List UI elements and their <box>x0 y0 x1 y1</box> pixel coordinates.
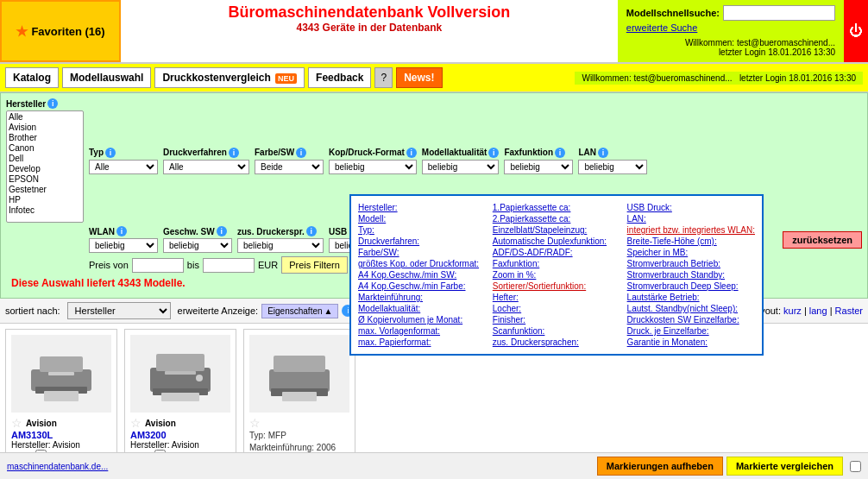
compare-checkbox[interactable] <box>850 461 861 472</box>
prop-stromverbrauch-standby[interactable]: Stromverbrauch Standby: <box>627 270 755 280</box>
prop-druckkosten-sw[interactable]: Druckkosten SW Einzelfarbe: <box>627 315 755 325</box>
svg-rect-12 <box>274 356 325 372</box>
extended-label: erweiterte Anzeige: <box>178 306 259 316</box>
header-right: Modellschnellsuche: erweiterte Suche Wil… <box>618 0 844 62</box>
preis-filtern-button[interactable]: Preis Filtern <box>281 256 348 274</box>
layout-lang-link[interactable]: lang <box>809 306 827 316</box>
search-input[interactable] <box>723 5 835 21</box>
product-name[interactable]: AM3200 <box>130 430 230 440</box>
prop-druck-einzelfarbe[interactable]: Druck. je Einzelfarbe: <box>627 326 755 336</box>
preis-von-input[interactable] <box>132 258 184 273</box>
nav-katalog[interactable]: Katalog <box>5 67 59 88</box>
prop-adf[interactable]: ADF/DS-ADF/RADF: <box>493 248 619 257</box>
prop-auto-duplex[interactable]: Automatische Duplexfunktion: <box>493 236 619 246</box>
site-link[interactable]: maschinendatenbank.de... <box>7 462 108 471</box>
druckverfahren-info-icon[interactable]: i <box>229 148 239 158</box>
prop-druckverfahren[interactable]: Druckverfahren: <box>358 236 484 246</box>
prop-typ[interactable]: Typ: <box>358 225 484 235</box>
navbar: Katalog Modellauswahl Druckkostenverglei… <box>0 64 868 92</box>
prop-wlan-integriert[interactable]: integriert bzw. integriertes WLAN: <box>627 225 755 235</box>
prop-max-vorlage[interactable]: max. Vorlagenformat: <box>358 326 484 336</box>
kop-format-info-icon[interactable]: i <box>406 148 417 158</box>
kop-format-select[interactable]: beliebig <box>329 160 417 174</box>
hersteller-info-icon[interactable]: i <box>47 98 58 109</box>
power-button[interactable]: ⏻ <box>844 0 868 62</box>
properties-dropdown: Hersteller: 1.Papierkassette ca: USB Dru… <box>349 194 764 356</box>
druckverfahren-select[interactable]: Alle <box>163 160 249 174</box>
svg-rect-9 <box>165 371 196 375</box>
wlan-info-icon[interactable]: i <box>116 226 127 236</box>
prop-max-papier[interactable]: max. Papierformat: <box>358 337 484 347</box>
faxfunktion-select[interactable]: beliebig <box>504 160 573 174</box>
zus-druckerspr-select[interactable]: beliebig <box>237 238 324 253</box>
prop-a4-kop-farbe[interactable]: A4 Kop.Geschw./min Farbe: <box>358 281 484 291</box>
zus-druckerspr-info-icon[interactable]: i <box>306 226 317 236</box>
prop-zoom[interactable]: Zoom in %: <box>493 270 619 280</box>
favorite-icon[interactable]: ☆ <box>249 416 261 430</box>
prop-kopiervolumen[interactable]: Ø Kopiervolumen je Monat: <box>358 315 484 325</box>
prop-papierkassette1[interactable]: 1.Papierkassette ca: <box>493 203 619 212</box>
hersteller-label: Hersteller <box>6 99 46 109</box>
prop-hersteller[interactable]: Hersteller: <box>358 203 484 212</box>
prop-einzelblatt[interactable]: Einzelblatt/Stapeleinzug: <box>493 225 619 235</box>
favorite-icon[interactable]: ☆ <box>11 416 22 430</box>
prop-lautstaerke-betrieb[interactable]: Lautstärke Betrieb: <box>627 293 755 302</box>
lan-info-icon[interactable]: i <box>598 148 608 158</box>
nav-druckkostenvergleich[interactable]: Druckkostenvergleich NEU <box>154 67 305 88</box>
farbe-select[interactable]: Beide <box>255 160 324 174</box>
nav-feedback[interactable]: Feedback <box>308 67 371 88</box>
reset-button[interactable]: zurücksetzen <box>783 231 862 249</box>
favorite-icon[interactable]: ☆ <box>130 416 142 430</box>
favorites-label: Favoriten (16) <box>31 25 104 38</box>
nav-modellauswahl[interactable]: Modellauswahl <box>62 67 151 88</box>
farbe-info-icon[interactable]: i <box>296 148 306 158</box>
prop-modellaktualitaet[interactable]: Modellaktualität: <box>358 304 484 313</box>
modellaktualitaet-info-icon[interactable]: i <box>488 148 499 158</box>
prop-a4-kop-sw[interactable]: A4 Kop.Geschw./min SW: <box>358 270 484 280</box>
prop-lautst-standby[interactable]: Lautst. Standby(nicht Sleep): <box>627 304 755 313</box>
properties-button[interactable]: Eigenschaften ▲ <box>261 304 338 318</box>
markierungen-aufheben-button[interactable]: Markierungen aufheben <box>597 457 723 476</box>
advanced-search-link[interactable]: erweiterte Suche <box>626 22 835 33</box>
prop-garantie[interactable]: Garantie in Monaten: <box>627 337 755 347</box>
layout-kurz-link[interactable]: kurz <box>783 306 802 316</box>
geschw-sw-info-icon[interactable]: i <box>217 226 227 236</box>
geschw-sw-select[interactable]: beliebig <box>163 238 232 253</box>
prop-papierkassette2[interactable]: 2.Papierkassette ca: <box>493 214 619 224</box>
prop-usb-druck[interactable]: USB Druck: <box>627 203 755 212</box>
prop-locher[interactable]: Locher: <box>493 304 619 313</box>
prop-stromverbrauch-betrieb[interactable]: Stromverbrauch Betrieb: <box>627 259 755 268</box>
prop-zus-druckersprachen[interactable]: zus. Druckersprachen: <box>493 337 619 347</box>
product-name[interactable]: AM3130L <box>11 430 111 440</box>
prop-groesstes-format[interactable]: größtes Kop. oder Druckformat: <box>358 259 484 268</box>
hersteller-select[interactable]: Alle Avision Brother Canon Dell Develop … <box>6 110 84 223</box>
prop-faxfunktion[interactable]: Faxfunktion: <box>493 259 619 268</box>
sort-select[interactable]: Hersteller <box>67 302 171 319</box>
prop-sortierer[interactable]: Sortierer/Sortierfunktion: <box>493 281 619 291</box>
printer-illustration <box>146 343 215 404</box>
header: ★ Favoriten (16) Büromaschinendatenbank … <box>0 0 868 64</box>
prop-breite-tiefe[interactable]: Breite-Tiefe-Höhe (cm): <box>627 236 755 246</box>
layout-raster-link[interactable]: Raster <box>835 306 863 316</box>
prop-lan[interactable]: LAN: <box>627 214 755 224</box>
filter-geschw-sw: Geschw. SW i beliebig <box>163 226 232 253</box>
modellaktualitaet-select[interactable]: beliebig <box>422 160 500 174</box>
nav-help[interactable]: ? <box>374 67 393 88</box>
prop-farbe-sw[interactable]: Farbe/SW: <box>358 248 484 257</box>
markierte-vergleichen-button[interactable]: Markierte vergleichen <box>726 457 843 476</box>
prop-modell[interactable]: Modell: <box>358 214 484 224</box>
prop-finisher[interactable]: Finisher: <box>493 315 619 325</box>
prop-speicher[interactable]: Speicher in MB: <box>627 248 755 257</box>
lan-select[interactable]: beliebig <box>578 160 647 174</box>
nav-news[interactable]: News! <box>396 67 442 88</box>
typ-select[interactable]: Alle <box>89 160 158 174</box>
typ-info-icon[interactable]: i <box>105 148 116 158</box>
wlan-select[interactable]: beliebig <box>89 238 158 253</box>
prop-stromverbrauch-deep[interactable]: Stromverbrauch Deep Sleep: <box>627 281 755 291</box>
prop-scanfunktion[interactable]: Scanfunktion: <box>493 326 619 336</box>
prop-hefter[interactable]: Hefter: <box>493 293 619 302</box>
preis-bis-input[interactable] <box>203 258 255 273</box>
faxfunktion-info-icon[interactable]: i <box>555 148 565 158</box>
favorites-button[interactable]: ★ Favoriten (16) <box>0 0 121 62</box>
prop-marktein[interactable]: Markteinführung: <box>358 293 484 302</box>
